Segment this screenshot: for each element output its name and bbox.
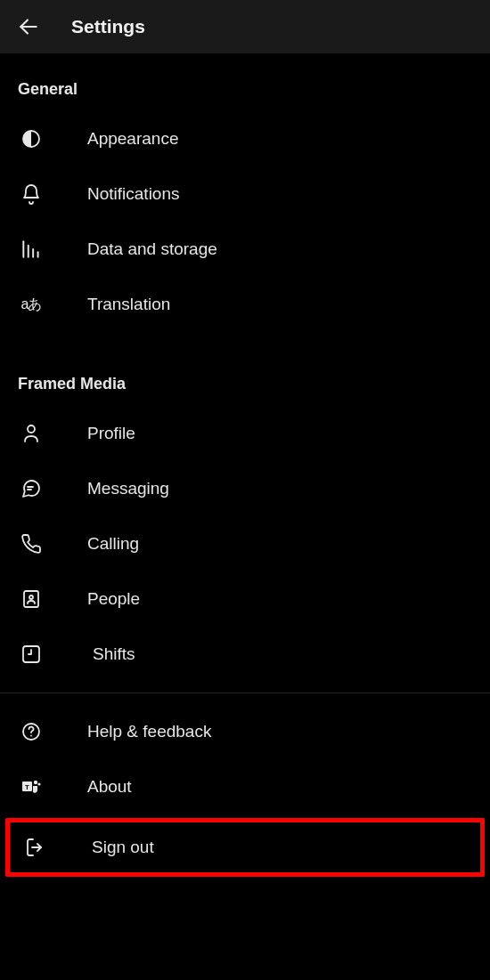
settings-item-translation[interactable]: aあ Translation — [0, 277, 490, 332]
section-heading-org: Framed Media — [0, 348, 490, 406]
half-circle-icon — [18, 126, 45, 152]
settings-item-about[interactable]: T About — [0, 759, 490, 814]
translate-icon: aあ — [18, 291, 45, 318]
chat-icon — [18, 475, 45, 502]
settings-item-label: Shifts — [93, 644, 135, 664]
signout-highlight: Sign out — [5, 818, 485, 877]
settings-item-notifications[interactable]: Notifications — [0, 166, 490, 222]
page-title: Settings — [71, 16, 145, 37]
settings-item-label: Appearance — [87, 129, 178, 149]
section-heading-general: General — [0, 53, 490, 111]
person-icon — [18, 420, 45, 447]
svg-point-6 — [28, 425, 35, 433]
clock-square-icon — [18, 641, 45, 668]
settings-item-label: Messaging — [87, 479, 169, 498]
settings-item-label: Help & feedback — [87, 722, 211, 741]
settings-item-label: Sign out — [92, 838, 154, 857]
svg-point-16 — [34, 781, 37, 784]
settings-item-label: Calling — [87, 534, 139, 554]
settings-item-data-storage[interactable]: Data and storage — [0, 222, 490, 277]
settings-item-label: Notifications — [87, 184, 180, 204]
settings-item-people[interactable]: People — [0, 571, 490, 627]
svg-text:T: T — [25, 783, 29, 791]
teams-icon: T — [18, 773, 45, 800]
settings-item-profile[interactable]: Profile — [0, 406, 490, 461]
settings-item-label: About — [87, 777, 132, 797]
settings-item-signout[interactable]: Sign out — [10, 822, 480, 872]
contact-card-icon — [18, 586, 45, 612]
settings-item-shifts[interactable]: Shifts — [0, 627, 490, 682]
settings-item-label: People — [87, 589, 140, 609]
svg-point-10 — [29, 595, 33, 599]
settings-item-label: Translation — [87, 295, 170, 314]
settings-header: Settings — [0, 0, 490, 53]
phone-icon — [18, 530, 45, 557]
help-icon — [18, 718, 45, 745]
signout-icon — [22, 834, 49, 861]
settings-item-calling[interactable]: Calling — [0, 516, 490, 571]
settings-item-help[interactable]: Help & feedback — [0, 704, 490, 759]
settings-item-appearance[interactable]: Appearance — [0, 111, 490, 166]
arrow-left-icon — [17, 15, 40, 38]
back-button[interactable] — [7, 5, 50, 48]
svg-point-17 — [37, 782, 40, 785]
settings-item-label: Data and storage — [87, 239, 217, 259]
settings-item-messaging[interactable]: Messaging — [0, 461, 490, 516]
bars-icon — [18, 236, 45, 263]
bell-icon — [18, 181, 45, 207]
settings-item-label: Profile — [87, 424, 135, 443]
